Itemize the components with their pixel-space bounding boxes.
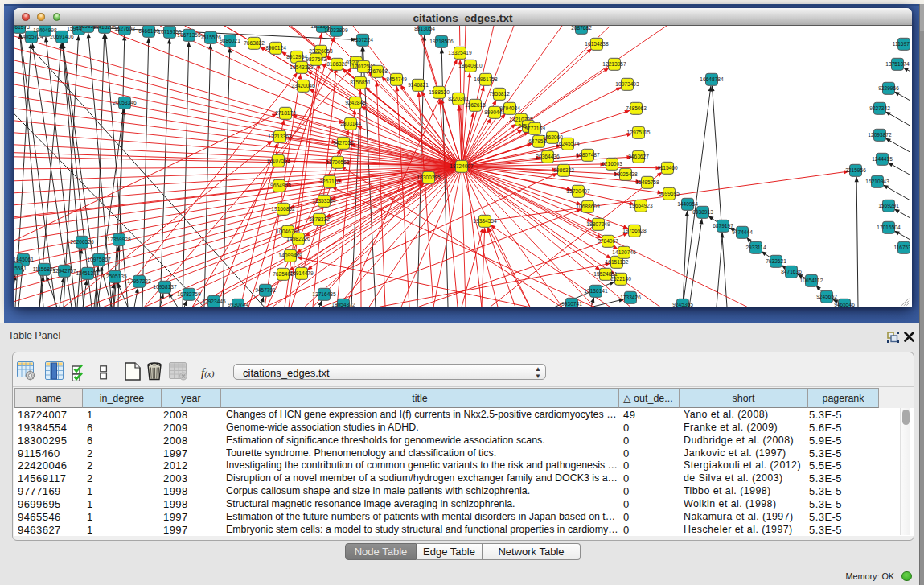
svg-text:7955812: 7955812 (489, 91, 510, 97)
svg-text:3215956: 3215956 (845, 167, 866, 173)
svg-text:12923445: 12923445 (202, 299, 226, 304)
svg-text:16154838: 16154838 (585, 41, 609, 47)
svg-text:15136141: 15136141 (584, 288, 608, 294)
svg-text:3267110: 3267110 (319, 179, 339, 184)
svg-text:12093872: 12093872 (868, 132, 892, 138)
svg-text:1362615: 1362615 (465, 102, 486, 108)
svg-text:9465546: 9465546 (834, 302, 855, 307)
svg-text:12213363: 12213363 (268, 134, 292, 139)
svg-text:1569291: 1569291 (878, 203, 899, 208)
svg-text:18300295: 18300295 (417, 175, 441, 180)
svg-text:1733426: 1733426 (620, 295, 641, 300)
svg-text:9463627: 9463627 (628, 154, 649, 159)
svg-text:7485063: 7485063 (626, 105, 647, 111)
svg-text:16033809: 16033809 (324, 27, 348, 33)
svg-text:17016504: 17016504 (877, 225, 901, 230)
svg-text:14982220: 14982220 (286, 236, 310, 241)
svg-text:15720407: 15720407 (566, 188, 590, 194)
svg-text:9886021: 9886021 (220, 38, 240, 43)
svg-text:9242848: 9242848 (345, 100, 366, 105)
svg-text:11169775: 11169775 (893, 41, 910, 47)
svg-text:19756928: 19756928 (622, 228, 647, 233)
svg-text:14099489: 14099489 (278, 253, 302, 258)
svg-text:7357224: 7357224 (352, 37, 373, 43)
svg-text:8220301: 8220301 (448, 96, 469, 101)
svg-text:23420046: 23420046 (291, 83, 315, 89)
svg-text:10973493: 10973493 (615, 81, 639, 87)
svg-text:8454749: 8454749 (386, 76, 407, 82)
svg-text:1588520: 1588520 (429, 89, 450, 95)
svg-text:20691406: 20691406 (50, 34, 74, 39)
svg-text:6879197: 6879197 (713, 223, 733, 229)
svg-text:19166852: 19166852 (271, 206, 295, 212)
svg-text:16961758: 16961758 (474, 76, 498, 82)
svg-text:9457791: 9457791 (255, 287, 276, 293)
svg-text:19384554: 19384554 (473, 218, 497, 224)
svg-text:16782759: 16782759 (177, 291, 201, 297)
svg-text:9474444: 9474444 (732, 229, 753, 235)
svg-text:7625402: 7625402 (273, 271, 294, 277)
svg-text:1440954: 1440954 (677, 201, 698, 207)
svg-text:8186328: 8186328 (326, 61, 347, 67)
svg-text:18724007: 18724007 (450, 163, 474, 169)
svg-text:9827503: 9827503 (306, 56, 326, 62)
svg-text:2933114: 2933114 (745, 245, 766, 250)
svg-text:9699695: 9699695 (659, 191, 680, 196)
svg-text:1167531: 1167531 (893, 245, 910, 250)
svg-text:12975115: 12975115 (627, 130, 651, 135)
svg-text:13751074: 13751074 (885, 61, 910, 67)
svg-text:18054372: 18054372 (331, 302, 355, 307)
svg-text:12505135: 12505135 (103, 274, 127, 279)
svg-text:7462060: 7462060 (542, 134, 563, 140)
svg-text:9227342: 9227342 (869, 105, 890, 111)
svg-text:9427552: 9427552 (333, 140, 354, 146)
svg-text:9777169: 9777169 (524, 126, 545, 131)
svg-text:11451372: 11451372 (76, 270, 100, 276)
svg-text:11418235: 11418235 (93, 26, 117, 30)
svg-text:5878332: 5878332 (309, 216, 330, 222)
svg-text:10654112: 10654112 (800, 278, 823, 283)
svg-text:8912954: 8912954 (286, 54, 307, 60)
svg-text:17359928: 17359928 (107, 237, 131, 242)
svg-text:13716485: 13716485 (312, 291, 336, 297)
svg-text:11353594: 11353594 (313, 198, 336, 204)
svg-text:19404998: 19404998 (33, 27, 57, 33)
svg-text:1244415: 1244415 (872, 156, 893, 162)
svg-text:9784067: 9784067 (598, 238, 618, 244)
svg-text:2803144: 2803144 (340, 121, 361, 126)
svg-text:1527602: 1527602 (114, 26, 135, 31)
svg-text:9329966: 9329966 (878, 85, 899, 91)
svg-text:10025438: 10025438 (614, 171, 638, 177)
svg-text:15495758: 15495758 (635, 179, 659, 185)
svg-text:3915581: 3915581 (14, 266, 27, 271)
svg-text:17957223: 17957223 (127, 278, 151, 284)
svg-text:16543382: 16543382 (290, 64, 314, 70)
svg-text:20364436: 20364436 (536, 154, 560, 159)
svg-text:10807487: 10807487 (576, 152, 600, 158)
svg-text:2367608: 2367608 (367, 68, 388, 74)
svg-text:9115460: 9115460 (657, 165, 677, 171)
svg-text:20206526: 20206526 (70, 239, 94, 245)
svg-text:18807249: 18807249 (586, 221, 610, 227)
svg-text:2522140: 2522140 (610, 276, 631, 282)
svg-text:2986322: 2986322 (553, 167, 574, 173)
svg-text:2087682: 2087682 (571, 26, 592, 31)
svg-text:9930744: 9930744 (228, 302, 248, 307)
svg-text:7515526: 7515526 (200, 35, 221, 40)
svg-text:9245652: 9245652 (816, 294, 837, 299)
svg-text:6466160: 6466160 (138, 28, 159, 34)
svg-text:11700562: 11700562 (326, 159, 350, 165)
svg-text:19654963: 19654963 (267, 183, 291, 188)
svg-text:14120746: 14120746 (612, 249, 636, 255)
svg-text:8813054: 8813054 (414, 26, 435, 31)
svg-text:19654923: 19654923 (629, 203, 653, 208)
svg-text:2718170: 2718170 (275, 110, 296, 116)
svg-text:9146821: 9146821 (408, 82, 429, 88)
svg-text:9361573: 9361573 (14, 26, 30, 30)
svg-text:7632621: 7632621 (766, 258, 786, 264)
svg-text:9930741: 9930741 (561, 301, 582, 307)
svg-text:12213957: 12213957 (602, 61, 626, 67)
svg-text:15524851: 15524851 (593, 271, 618, 277)
svg-text:9794034: 9794034 (499, 105, 520, 111)
svg-text:10688609: 10688609 (576, 204, 600, 209)
